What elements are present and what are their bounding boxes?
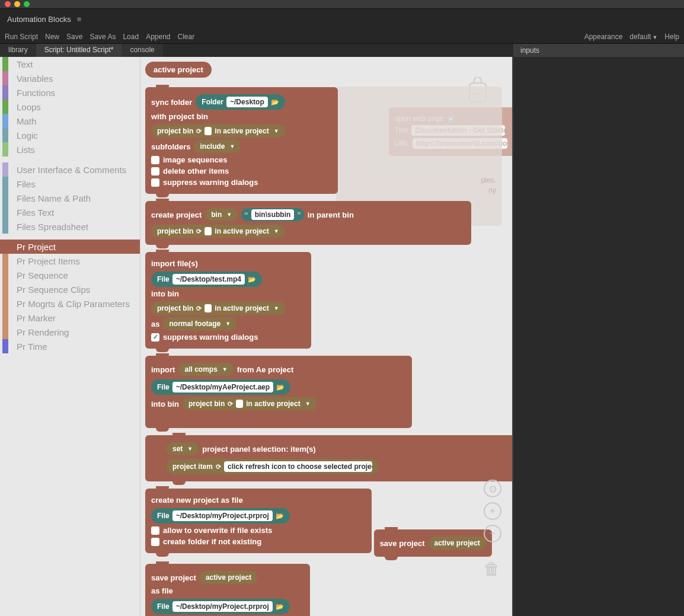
project-item-hint[interactable]: click refresh icon to choose selected pr… [224,461,372,472]
append-button[interactable]: Append [146,33,170,41]
folder-icon[interactable]: 📂 [276,603,284,611]
bin-path-chip[interactable]: “bin\subbin” [241,208,304,221]
new-button[interactable]: New [45,33,59,41]
tab-script[interactable]: Script: Untitled Script* [36,44,122,57]
in-active-label: in active project [215,127,269,135]
ae-bin-chip[interactable]: project bin ⟳ in active project▼ [183,397,317,410]
bin-path-value[interactable]: bin\subbin [251,209,295,220]
sidebar-item-pr-project[interactable]: Pr Project [0,240,140,254]
sidebar-item-lists[interactable]: Lists [0,142,140,157]
zoom-out-button[interactable]: − [484,525,501,542]
save-project-block-2[interactable]: save project active project as file File… [145,564,310,616]
sidebar-item-files[interactable]: Files [0,177,140,191]
sidebar-item-files-spreadsheet[interactable]: Files Spreadsheet [0,219,140,234]
sidebar-item-pr-project-items[interactable]: Pr Project Items [0,254,140,268]
active-project-chip-2[interactable]: active project [200,571,257,584]
sidebar-item-pr-time[interactable]: Pr Time [0,339,140,353]
parent-bin-slot[interactable] [204,227,212,235]
create-folder-checkbox[interactable] [151,538,159,546]
panel-menu-icon[interactable]: ≡ [77,15,82,24]
set-chip[interactable]: set▼ [167,442,199,455]
suppress-warnings-checkbox[interactable] [151,178,159,187]
create-bin-block[interactable]: create project bin▼ “bin\subbin” in pare… [145,201,471,245]
sidebar-item-files-text[interactable]: Files Text [0,205,140,219]
create-project-file-chip[interactable]: File ~/Desktop/myProject.prproj 📂 [151,508,290,524]
block-canvas[interactable]: open web page ▶ Title Documentation - Ge… [140,57,512,616]
sidebar-item-loops[interactable]: Loops [0,100,140,114]
sync-folder-block[interactable]: sync folder Folder ~/Desktop 📂 with proj… [145,87,338,194]
tab-library[interactable]: library [0,44,36,57]
project-item-chip[interactable]: project item ⟳ click refresh icon to cho… [167,459,378,474]
import-bin-chip[interactable]: project bin ⟳ in active project▼ [151,302,285,315]
import-bin-slot[interactable] [204,304,212,312]
save-project-block-1[interactable]: save project active project [374,529,492,557]
sidebar-item-pr-rendering[interactable]: Pr Rendering [0,325,140,339]
parent-bin-chip[interactable]: project bin ⟳ in active project▼ [151,225,285,238]
run-script-button[interactable]: Run Script [5,33,38,41]
sidebar-item-files-name-path[interactable]: Files Name & Path [0,191,140,205]
zoom-in-button[interactable]: + [484,502,501,520]
as-mode-value: normal footage [169,320,220,328]
close-window-button[interactable] [5,1,11,7]
clear-button[interactable]: Clear [178,33,195,41]
minimize-window-button[interactable] [14,1,20,7]
appearance-label[interactable]: Appearance [584,33,623,41]
sidebar-item-variables[interactable]: Variables [0,71,140,85]
sidebar-item-pr-sequence-clips[interactable]: Pr Sequence Clips [0,282,140,296]
sidebar-item-pr-sequence[interactable]: Pr Sequence [0,268,140,282]
delete-other-checkbox[interactable] [151,167,159,175]
project-bin-chip[interactable]: project bin ⟳ in active project▼ [151,125,285,138]
ae-bin-slot[interactable] [236,400,243,408]
save-button[interactable]: Save [66,33,82,41]
folder-icon[interactable]: 📂 [248,276,256,283]
create-bin-mode[interactable]: bin▼ [205,208,238,221]
theme-dropdown[interactable]: default▼ [629,33,657,41]
as-mode-chip[interactable]: normal footage▼ [163,317,236,330]
sidebar-item-logic[interactable]: Logic [0,128,140,142]
sidebar-item-math[interactable]: Math [0,114,140,128]
file-path-value[interactable]: ~/Desktop/test.mp4 [172,274,245,285]
folder-icon[interactable]: 📂 [271,98,279,106]
save-as-button[interactable]: Save As [90,33,116,41]
save-file-chip[interactable]: File ~/Desktop/myProject.prproj 📂 [151,599,290,614]
refresh-icon[interactable]: ⟳ [196,305,202,312]
import-ae-mode[interactable]: all comps▼ [178,363,233,376]
maximize-window-button[interactable] [24,1,30,7]
refresh-icon[interactable]: ⟳ [228,400,233,408]
import-file-block[interactable]: import file(s) File ~/Desktop/test.mp4 📂… [145,252,311,349]
sidebar-item-functions[interactable]: Functions [0,85,140,100]
subfolders-mode[interactable]: include▼ [194,140,241,153]
folder-icon[interactable]: 📂 [276,512,284,520]
tab-console[interactable]: console [122,44,162,57]
create-project-block[interactable]: create new project as file File ~/Deskto… [145,489,372,553]
set-selection-block[interactable]: set▼ project panel selection: item(s) pr… [145,435,512,481]
folder-icon[interactable]: 📂 [276,384,285,391]
suppress-checkbox-2[interactable]: ✓ [151,333,159,341]
active-project-block[interactable]: active project [145,62,212,78]
folder-chip[interactable]: Folder ~/Desktop 📂 [196,94,285,110]
image-sequences-checkbox[interactable] [151,156,159,164]
create-bin-value: bin [211,210,222,219]
trash-icon[interactable]: 🗑 [484,559,501,580]
bin-path-slot[interactable] [204,127,212,135]
tab-inputs[interactable]: inputs [513,44,549,56]
sidebar-item-text[interactable]: Text [0,57,140,71]
help-button[interactable]: Help [664,33,679,41]
sidebar-item-pr-mogrts-clip-parameters[interactable]: Pr Mogrts & Clip Parameters [0,296,140,311]
center-button[interactable]: ⊙ [484,480,501,497]
load-button[interactable]: Load [123,33,139,41]
refresh-icon[interactable]: ⟳ [196,228,202,235]
sidebar-item-user-interface-comments[interactable]: User Interface & Comments [0,162,140,177]
refresh-icon[interactable]: ⟳ [216,463,221,471]
sidebar-item-pr-marker[interactable]: Pr Marker [0,311,140,325]
cp-file-path[interactable]: ~/Desktop/myProject.prproj [172,510,273,521]
refresh-icon[interactable]: ⟳ [196,127,202,135]
save-file-path[interactable]: ~/Desktop/myProject.prproj [172,601,273,612]
overwrite-checkbox[interactable] [151,526,159,535]
folder-path[interactable]: ~/Desktop [226,97,268,107]
import-file-chip[interactable]: File ~/Desktop/test.mp4 📂 [151,272,262,287]
ae-file-path[interactable]: ~/Desktop/myAeProject.aep [172,382,273,392]
ae-file-chip[interactable]: File ~/Desktop/myAeProject.aep 📂 [151,379,290,395]
active-project-chip-1[interactable]: active project [429,537,486,550]
import-ae-block[interactable]: import all comps▼ from Ae project File ~… [145,356,412,428]
